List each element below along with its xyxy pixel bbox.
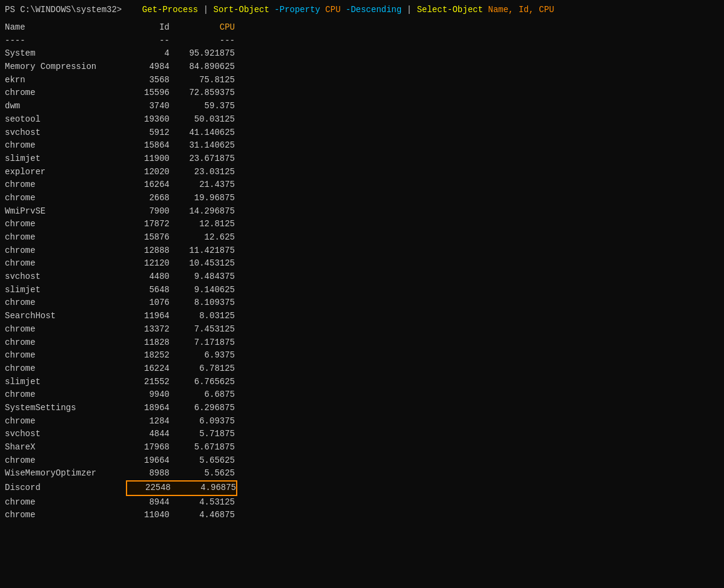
highlight-box: 225484.96875 xyxy=(126,480,237,496)
cmd-select-object: Select-Object xyxy=(417,5,483,15)
table-row: ekrn356875.8125 xyxy=(5,74,719,87)
cell-id: 1076 xyxy=(126,296,174,310)
table-row: chrome89444.53125 xyxy=(5,496,719,509)
cell-name: chrome xyxy=(5,178,126,192)
table-row: chrome1787212.8125 xyxy=(5,218,719,231)
table-row: svchost48445.71875 xyxy=(5,428,719,441)
table-row: slimjet215526.765625 xyxy=(5,376,719,389)
table-row: chrome133727.453125 xyxy=(5,323,719,336)
table-row: svchost591241.140625 xyxy=(5,126,719,140)
cell-id: 19360 xyxy=(126,113,174,126)
cell-cpu: 23.03125 xyxy=(174,166,235,179)
table-body: System495.921875Memory Compression498484… xyxy=(5,47,719,522)
table-row: seotool1936050.03125 xyxy=(5,113,719,126)
cell-cpu: 6.09375 xyxy=(174,415,235,428)
cell-id: 3740 xyxy=(126,100,174,113)
cell-name: Discord xyxy=(5,482,126,495)
cell-id: 22548 xyxy=(127,482,176,495)
table-row: chrome1212010.453125 xyxy=(5,257,719,270)
cell-id: 4984 xyxy=(126,60,174,74)
cell-id: 1284 xyxy=(126,415,174,428)
cell-cpu: 12.8125 xyxy=(174,218,235,231)
cell-id: 21552 xyxy=(126,376,174,389)
cell-cpu: 59.375 xyxy=(174,100,235,113)
cell-id: 12888 xyxy=(126,244,174,258)
cell-name: chrome xyxy=(5,218,126,231)
command-line: PS C:\WINDOWS\system32> Get-Process | So… xyxy=(5,4,719,16)
cell-name: chrome xyxy=(5,336,126,350)
cell-name: chrome xyxy=(5,415,126,428)
cell-name: slimjet xyxy=(5,152,126,166)
cell-id: 17872 xyxy=(126,218,174,231)
table-row: chrome196645.65625 xyxy=(5,454,719,468)
cell-id: 8944 xyxy=(126,496,174,509)
cell-cpu: 6.6875 xyxy=(174,388,235,402)
cell-cpu: 31.140625 xyxy=(174,139,235,152)
table-separator: ---- -- --- xyxy=(5,34,719,48)
cell-cpu: 8.109375 xyxy=(174,296,235,310)
table-row: chrome1626421.4375 xyxy=(5,178,719,192)
cell-name: chrome xyxy=(5,296,126,310)
cmd-get-process: Get-Process xyxy=(142,5,198,15)
cell-cpu: 11.421875 xyxy=(174,244,235,258)
header-name: Name xyxy=(5,21,126,34)
cell-cpu: 7.453125 xyxy=(174,323,235,336)
cell-id: 17968 xyxy=(126,441,174,454)
cell-cpu: 8.03125 xyxy=(174,310,235,323)
cell-name: explorer xyxy=(5,166,126,179)
header-cpu: CPU xyxy=(174,21,235,34)
table-header: Name Id CPU xyxy=(5,21,719,34)
cell-cpu: 5.65625 xyxy=(174,454,235,468)
cell-id: 9940 xyxy=(126,388,174,402)
table-row: ShareX179685.671875 xyxy=(5,441,719,454)
table-row: chrome1288811.421875 xyxy=(5,244,719,258)
cell-id: 5912 xyxy=(126,126,174,140)
cell-cpu: 84.890625 xyxy=(174,60,235,74)
cell-cpu: 23.671875 xyxy=(174,152,235,166)
cell-name: chrome xyxy=(5,139,126,152)
table-row: Discord225484.96875 xyxy=(5,480,719,496)
cell-name: chrome xyxy=(5,192,126,205)
cell-name: WiseMemoryOptimzer xyxy=(5,467,126,480)
table-row: WmiPrvSE790014.296875 xyxy=(5,205,719,218)
cell-name: Memory Compression xyxy=(5,60,126,74)
table-row: slimjet56489.140625 xyxy=(5,284,719,297)
cell-name: System xyxy=(5,47,126,60)
cell-cpu: 4.46875 xyxy=(174,509,235,522)
table-row: chrome1559672.859375 xyxy=(5,87,719,100)
cell-name: SearchHost xyxy=(5,310,126,323)
pipe1: | xyxy=(203,5,214,15)
cell-id: 2668 xyxy=(126,192,174,205)
terminal-window: PS C:\WINDOWS\system32> Get-Process | So… xyxy=(0,0,724,588)
cell-name: slimjet xyxy=(5,376,126,389)
cell-id: 8988 xyxy=(126,467,174,480)
cell-name: chrome xyxy=(5,257,126,270)
param-descending: -Descending xyxy=(346,5,401,15)
sep-cpu: --- xyxy=(174,34,235,48)
cell-cpu: 5.5625 xyxy=(174,467,235,480)
cell-cpu: 21.4375 xyxy=(174,178,235,192)
table-row: chrome266819.96875 xyxy=(5,192,719,205)
table-row: chrome99406.6875 xyxy=(5,388,719,402)
cell-name: chrome xyxy=(5,349,126,362)
table-row: SystemSettings189646.296875 xyxy=(5,402,719,415)
cell-id: 15864 xyxy=(126,139,174,152)
cell-name: chrome xyxy=(5,509,126,522)
cell-cpu: 6.765625 xyxy=(174,376,235,389)
cell-cpu: 9.140625 xyxy=(174,284,235,297)
cell-name: chrome xyxy=(5,244,126,258)
cell-id: 13372 xyxy=(126,323,174,336)
cell-cpu: 5.71875 xyxy=(174,428,235,441)
table-row: dwm374059.375 xyxy=(5,100,719,113)
cell-name: chrome xyxy=(5,323,126,336)
cell-id: 4844 xyxy=(126,428,174,441)
cell-id: 16224 xyxy=(126,362,174,376)
cell-cpu: 6.78125 xyxy=(174,362,235,376)
table-row: chrome162246.78125 xyxy=(5,362,719,376)
table-row: chrome118287.171875 xyxy=(5,336,719,350)
sep-id: -- xyxy=(126,34,174,48)
cell-name: ShareX xyxy=(5,441,126,454)
cell-id: 19664 xyxy=(126,454,174,468)
pipe2: | xyxy=(407,5,417,15)
table-row: chrome110404.46875 xyxy=(5,509,719,522)
